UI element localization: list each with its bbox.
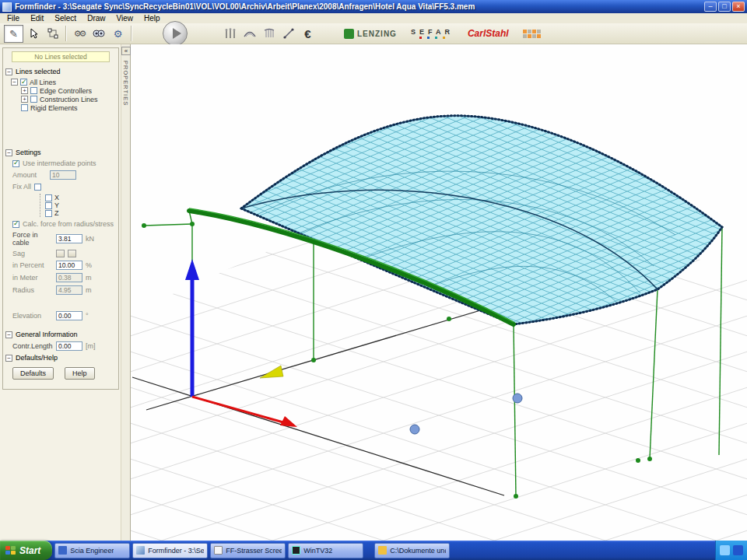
properties-tab[interactable]: PROPERTIES	[122, 61, 129, 106]
measure-tool-button[interactable]	[279, 25, 298, 43]
collapse-icon[interactable]: −	[5, 149, 12, 156]
meter-row: in Meter m	[12, 273, 116, 282]
canopy-tool-button[interactable]	[240, 25, 259, 43]
membrane-surface[interactable]	[224, 99, 738, 340]
grid-logo-icon	[523, 30, 541, 38]
amount-input[interactable]	[50, 170, 76, 180]
section-general-information[interactable]: − General Information	[5, 331, 116, 338]
help-button[interactable]: Help	[65, 367, 95, 380]
fix-x-checkbox[interactable]	[45, 194, 52, 201]
titlebar[interactable]: Formfinder - 3:\Seagate Sync\SyncRecycle…	[0, 0, 747, 13]
canopy-icon	[244, 28, 256, 39]
maximize-button[interactable]: □	[718, 2, 731, 12]
task-wintv32[interactable]: WinTV32	[288, 543, 363, 558]
formfinder-icon	[136, 546, 145, 555]
menu-view[interactable]: View	[111, 14, 139, 23]
measure-icon	[283, 28, 294, 39]
task-scia-engineer[interactable]: Scia Engineer	[54, 543, 130, 558]
tree-item-edge-controllers[interactable]: + Edge Controllers	[21, 86, 116, 95]
support-spheres[interactable]	[410, 394, 522, 434]
folder-icon	[378, 546, 387, 555]
sag-meter-input[interactable]	[56, 273, 82, 282]
node-edit-button[interactable]	[43, 25, 62, 43]
panel-collapse-button[interactable]: «	[121, 47, 131, 55]
gears-button[interactable]: ⚙⚙	[69, 25, 89, 43]
elevation-row: Elevation °	[12, 311, 116, 320]
world-axis-lines	[132, 289, 551, 495]
pencil-icon: ✎	[9, 28, 18, 40]
section-lines-selected[interactable]: − Lines selected	[5, 68, 116, 75]
tree-item-construction-lines[interactable]: + Construction Lines	[21, 95, 116, 103]
euro-button[interactable]: €	[298, 25, 317, 43]
tray-app-icon[interactable]	[733, 545, 743, 555]
calc-force-checkbox[interactable]	[12, 221, 19, 228]
sag-stepper-down[interactable]	[68, 250, 76, 257]
fix-all-checkbox[interactable]	[34, 184, 41, 191]
3d-viewport[interactable]	[131, 44, 747, 541]
select-cursor-button[interactable]	[23, 25, 43, 43]
collapse-icon[interactable]: −	[5, 68, 12, 75]
menu-draw[interactable]: Draw	[82, 14, 110, 23]
tree-item-rigid-elements[interactable]: Rigid Elements	[21, 103, 116, 112]
expand-icon[interactable]: +	[21, 87, 28, 94]
gears-icon: ⚙⚙	[74, 29, 85, 39]
start-button[interactable]: Start	[0, 541, 52, 560]
fix-z-checkbox[interactable]	[45, 210, 52, 217]
formfind-play-button[interactable]	[163, 21, 188, 46]
elevation-input[interactable]	[56, 311, 82, 320]
menu-edit[interactable]: Edit	[25, 14, 49, 23]
collapse-icon[interactable]: −	[5, 355, 12, 362]
node-edit-icon	[47, 28, 58, 39]
calc-force-row: Calc. force from radius/stress	[12, 220, 116, 228]
close-button[interactable]: ×	[732, 2, 745, 12]
curtain-icon	[263, 28, 275, 39]
app-icon	[2, 2, 12, 12]
defaults-button[interactable]: Defaults	[12, 367, 54, 380]
task-dokumente[interactable]: C:\Dokumente und Einst...	[374, 543, 450, 558]
force-in-cable-input[interactable]	[56, 234, 82, 243]
sefar-dots-icon	[419, 37, 445, 39]
collapse-icon[interactable]: −	[11, 79, 18, 86]
section-defaults-help[interactable]: − Defaults/Help	[5, 354, 116, 362]
menu-file[interactable]: File	[2, 14, 25, 23]
rigid-elements-checkbox[interactable]	[21, 104, 28, 111]
construction-lines-checkbox[interactable]	[30, 96, 37, 103]
properties-content: No Lines selected − Lines selected − All…	[2, 47, 119, 390]
poles-tool-button[interactable]	[220, 25, 240, 43]
radius-input[interactable]	[56, 285, 82, 295]
draw-pencil-button[interactable]: ✎	[4, 25, 23, 43]
fix-all-row: Fix All	[12, 183, 116, 191]
tree-item-all-lines[interactable]: − All Lines	[11, 78, 116, 86]
fix-axes-group: X Y Z	[40, 194, 116, 217]
amount-row: Amount	[12, 170, 116, 180]
properties-strip: « PROPERTIES	[121, 44, 131, 541]
edge-controllers-checkbox[interactable]	[30, 87, 37, 94]
collapse-icon[interactable]: −	[5, 331, 12, 338]
all-lines-checkbox[interactable]	[20, 79, 27, 86]
section-settings[interactable]: − Settings	[5, 149, 116, 156]
fix-z-row: Z	[45, 209, 116, 217]
contr-length-input[interactable]	[56, 341, 82, 351]
view-binoculars-button[interactable]	[89, 25, 108, 43]
curtain-tool-button[interactable]	[259, 25, 279, 43]
model-canvas[interactable]	[131, 44, 747, 541]
formfinder-window: Formfinder - 3:\Seagate Sync\SyncRecycle…	[0, 0, 747, 560]
euro-icon: €	[304, 27, 310, 40]
sag-stepper-up[interactable]	[56, 250, 65, 257]
tray-network-icon[interactable]	[720, 545, 730, 555]
sag-percent-input[interactable]	[56, 261, 82, 270]
sag-row: Sag	[12, 250, 116, 257]
menu-select[interactable]: Select	[49, 14, 82, 23]
menu-help[interactable]: Help	[139, 14, 166, 23]
settings-gear-button[interactable]: ⚙	[108, 25, 128, 43]
fix-y-checkbox[interactable]	[45, 202, 52, 209]
properties-panel: No Lines selected − Lines selected − All…	[0, 44, 121, 541]
scia-icon	[58, 546, 67, 555]
task-ff-strasser[interactable]: FF-Strasser Screenshot -...	[210, 543, 286, 558]
contr-length-row: Contr.Length [m]	[12, 341, 116, 351]
use-intermediate-checkbox[interactable]	[12, 160, 19, 167]
minimize-button[interactable]: –	[704, 2, 717, 12]
menubar: File Edit Select Draw View Help	[0, 13, 747, 23]
expand-icon[interactable]: +	[21, 96, 28, 103]
task-formfinder[interactable]: Formfinder - 3:\Seaga...	[132, 543, 208, 558]
